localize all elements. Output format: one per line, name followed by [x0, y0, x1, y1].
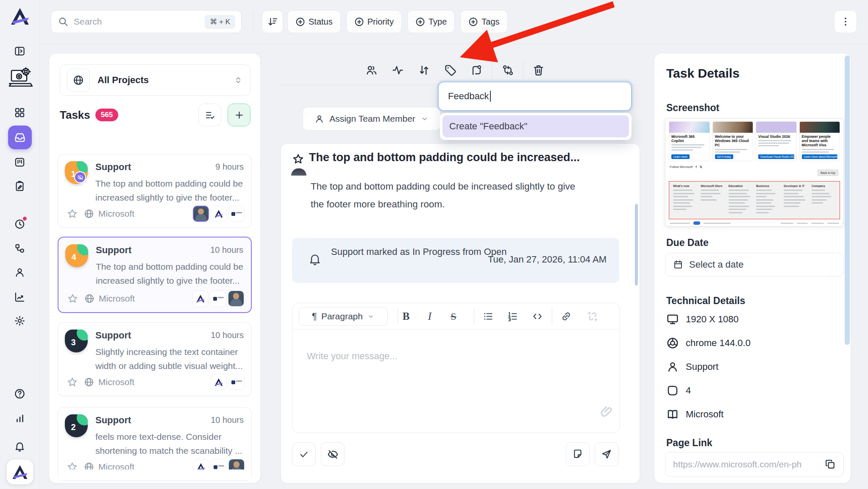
circle-plus-icon: [468, 17, 478, 27]
clipboard-edit-icon[interactable]: [11, 176, 29, 195]
task-card-description: feels more text-dense. Consider shorteni…: [95, 430, 245, 457]
chrome-icon: [666, 337, 679, 349]
tag-icon[interactable]: [442, 62, 458, 78]
copy-icon[interactable]: [825, 459, 836, 470]
filter-bar: Status Priority Type Tags: [287, 10, 508, 33]
mini-card: Welcome to your Windows 365 Cloud PCGet …: [712, 121, 754, 161]
avatar-company-logo: [228, 374, 245, 390]
task-card-selected[interactable]: 4 Support 10 hours The top and bottom pa…: [58, 237, 252, 313]
flag-comment-icon[interactable]: [469, 62, 484, 78]
note-template-button[interactable]: [566, 442, 590, 466]
status-change-notification: Support marked as In Progress from Open …: [292, 238, 619, 283]
globe-icon: [84, 209, 94, 219]
book-icon: [666, 408, 679, 421]
task-card[interactable]: 3 Support 10 hours Slightly increasing t…: [58, 322, 252, 396]
filter-status-button[interactable]: Status: [287, 10, 341, 33]
topbar: Search ⌘ + K Status Priority Type Tags: [40, 0, 868, 44]
pilcrow-icon: ¶: [312, 311, 317, 322]
editor-separator: [474, 308, 474, 324]
follow-row: Follow Microsoftf𝕏: [670, 165, 702, 169]
task-card-title: Support: [95, 162, 131, 173]
help-icon[interactable]: [11, 384, 29, 403]
filter-tags-button[interactable]: Tags: [460, 10, 507, 33]
author-avatar-clipped: [291, 168, 306, 176]
add-task-button[interactable]: [228, 103, 250, 126]
content-scrollbar[interactable]: [635, 204, 638, 285]
task-card[interactable]: 2 Support 10 hours feels more text-dense…: [58, 407, 252, 481]
members-icon[interactable]: [11, 263, 29, 282]
bell-icon: [308, 252, 322, 266]
approve-check-button[interactable]: [292, 442, 316, 466]
panel-scrollbar[interactable]: [845, 56, 850, 345]
task-card[interactable]: 1 Support 9 hours The top and bottom pad…: [58, 154, 252, 228]
filter-label: Priority: [367, 17, 394, 27]
avatar-alogo: [192, 291, 209, 307]
more-options-kebab-button[interactable]: [834, 10, 857, 33]
chevron-down-icon: [420, 115, 429, 123]
workflow-nodes-icon[interactable]: [11, 239, 29, 258]
list-check-button[interactable]: [198, 103, 221, 126]
task-list-panel: All Projects Tasks 565 1 Support 9 hours…: [49, 53, 261, 483]
code-button[interactable]: [530, 309, 545, 324]
spec-workspace: Microsoft: [666, 408, 723, 421]
bullet-list-button[interactable]: [481, 309, 496, 324]
screenshot-cards-row: Microsoft 365 CopilotLearn more Welcome …: [669, 121, 840, 161]
block-type-dropdown[interactable]: ¶ Paragraph: [299, 307, 388, 326]
analytics-chart-icon[interactable]: [11, 288, 29, 306]
tag-name-input[interactable]: Feedback: [438, 81, 632, 111]
task-details-panel: Task Details Screenshot Microsoft 365 Co…: [654, 53, 851, 483]
due-date-placeholder: Select a date: [689, 259, 743, 270]
task-detail-card: The top and bottom padding could be incr…: [281, 143, 640, 483]
project-selector[interactable]: All Projects: [60, 64, 250, 96]
usage-stats-icon[interactable]: [11, 409, 29, 428]
search-input[interactable]: Search ⌘ + K: [51, 10, 242, 33]
screenshot-preview[interactable]: Microsoft 365 CopilotLearn more Welcome …: [665, 118, 844, 226]
avatar-alogo: [211, 374, 227, 390]
sort-updown-icon[interactable]: [416, 62, 431, 78]
tag-input-value: Feedback: [448, 91, 489, 102]
inbox-icon-active[interactable]: [8, 126, 32, 149]
mini-card: Visual Studio 2026Download Visual Studio…: [756, 121, 797, 161]
assignees-people-icon[interactable]: [364, 62, 379, 78]
message-placeholder[interactable]: Write your message...: [307, 351, 398, 362]
star-icon[interactable]: [67, 293, 78, 305]
notifications-bell-icon[interactable]: [11, 437, 29, 455]
filter-priority-button[interactable]: Priority: [346, 10, 402, 33]
editor-toolbar: ¶ Paragraph B I S: [292, 303, 620, 330]
assign-team-member-button[interactable]: Assign Team Member: [303, 107, 441, 131]
panel-title: Task Details: [666, 66, 740, 81]
time-tracking-icon[interactable]: [11, 215, 29, 233]
delete-trash-icon[interactable]: [531, 62, 546, 78]
app-root: Search ⌘ + K Status Priority Type Tags A…: [0, 0, 868, 489]
workspace-label: Microsoft: [98, 209, 134, 219]
due-date-input[interactable]: Select a date: [665, 253, 844, 277]
mini-card: Empower people and teams with Microsoft …: [799, 121, 840, 161]
star-icon[interactable]: [67, 208, 78, 220]
kanban-board-icon[interactable]: [11, 153, 29, 171]
workspace-logo-button[interactable]: [7, 460, 33, 484]
filter-type-button[interactable]: Type: [407, 10, 455, 33]
italic-button[interactable]: I: [422, 309, 437, 324]
unlink-button[interactable]: [585, 309, 600, 324]
assign-label: Assign Team Member: [329, 114, 415, 124]
task-card-description: The top and bottom padding could be incr…: [95, 176, 245, 204]
globe-icon: [84, 377, 94, 387]
strikethrough-button[interactable]: S: [446, 309, 461, 324]
hide-eye-off-button[interactable]: [321, 442, 345, 466]
star-icon[interactable]: [292, 153, 304, 165]
send-button[interactable]: [595, 442, 618, 466]
dashboard-grid-icon[interactable]: [11, 103, 29, 122]
link-button[interactable]: [559, 309, 574, 324]
attach-paperclip-icon[interactable]: [600, 405, 613, 418]
collapse-panel-icon[interactable]: [11, 42, 29, 60]
create-tag-option[interactable]: Create "Feedback": [442, 115, 629, 137]
sort-button[interactable]: [262, 10, 283, 33]
swap-compare-icon[interactable]: [500, 62, 515, 78]
workspace-laptop-icon[interactable]: [6, 64, 33, 90]
bold-button[interactable]: B: [398, 309, 414, 324]
star-icon[interactable]: [67, 377, 78, 388]
page-link-input[interactable]: https://www.microsoft.com/en-ph: [665, 452, 844, 477]
ordered-list-button[interactable]: [505, 309, 520, 324]
activity-icon[interactable]: [390, 62, 405, 78]
settings-gear-icon[interactable]: [11, 311, 29, 330]
